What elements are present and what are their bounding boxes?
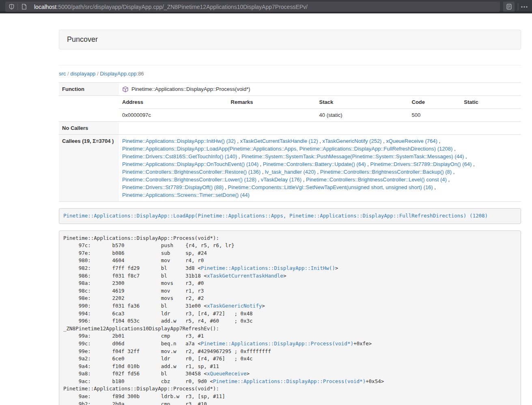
callee-link[interactable]: Pinetime::Controllers::BrightnessControl… — [122, 177, 256, 183]
callee-link[interactable]: xTaskGetCurrentTaskHandle (12) — [240, 138, 318, 144]
url-text[interactable]: localhost:5000/path/src/displayapp/Displ… — [34, 4, 308, 10]
toolbar-divider — [518, 3, 518, 10]
callee-separator: , — [452, 169, 454, 175]
callees-label: Callees (19, Σ=3704 ) — [59, 135, 119, 202]
callers-cell — [119, 122, 521, 135]
callee-separator: , — [437, 138, 440, 144]
callee-link[interactable]: Pinetime::Controllers::BrightnessControl… — [320, 169, 452, 175]
breadcrumb-separator: / — [95, 71, 100, 77]
breadcrumb: src / displayapp / DisplayApp.cpp:86 — [59, 71, 521, 77]
function-name: Pinetime::Applications::DisplayApp::Proc… — [131, 85, 250, 93]
callee-separator: , — [472, 161, 474, 167]
symbol-snippet: Pinetime::Applications::DisplayApp::Load… — [59, 208, 521, 224]
callee-separator: , — [318, 138, 323, 144]
value-code: 500 — [409, 109, 461, 122]
stats-header-row: Address Remarks Stack Code Static — [119, 96, 521, 109]
callee-separator: , — [258, 161, 263, 167]
snippet-link[interactable]: Pinetime::Applications::DisplayApp::Load… — [63, 213, 488, 219]
col-code: Code — [409, 96, 461, 109]
callee-separator: , — [261, 169, 265, 175]
callee-separator: , — [366, 161, 370, 167]
package-icon — [122, 86, 129, 93]
url-bar[interactable]: localhost:5000/path/src/displayapp/Displ… — [5, 2, 500, 12]
stats-table: Address Remarks Stack Code Static 0x0000… — [119, 96, 521, 121]
stats-data-row: 0x0000097c 40 (static) 500 — [119, 109, 521, 122]
callee-separator: , — [237, 153, 241, 159]
callee-link[interactable]: Pinetime::Controllers::Battery::Update()… — [263, 161, 366, 167]
callee-separator: , — [256, 177, 261, 183]
page-actions-menu-icon[interactable] — [519, 2, 530, 12]
breadcrumb-link[interactable]: src — [59, 71, 66, 77]
value-address: 0x0000097c — [119, 109, 228, 122]
callee-separator: , — [433, 184, 436, 190]
table-row-stats: Address Remarks Stack Code Static 0x0000… — [59, 96, 521, 122]
callee-link[interactable]: Pinetime::System::SystemTask::PushMessag… — [241, 153, 464, 159]
callee-separator: , — [452, 146, 455, 152]
browser-toolbar: localhost:5000/path/src/displayapp/Displ… — [0, 0, 532, 13]
callee-link[interactable]: Pinetime::Components::LittleVgl::SetNewT… — [228, 184, 433, 190]
callee-separator: , — [224, 184, 228, 190]
breadcrumb-separator: / — [66, 71, 70, 77]
divider — [59, 65, 521, 65]
shield-icon[interactable] — [5, 4, 17, 10]
callees-list: Pinetime::Applications::DisplayApp::Init… — [119, 135, 521, 202]
callee-link[interactable]: Pinetime::Controllers::BrightnessControl… — [306, 177, 447, 183]
breadcrumb-link[interactable]: displayapp — [70, 71, 95, 77]
page-title: Puncover — [67, 35, 513, 44]
callee-link[interactable]: Pinetime::Applications::DisplayApp::Init… — [122, 138, 236, 144]
function-table: Function Pinetime::Applications::Display… — [59, 82, 521, 202]
disasm-symbol-link[interactable]: Pinetime::Applications::DisplayApp::Proc… — [201, 340, 353, 347]
stats-cell: Address Remarks Stack Code Static 0x0000… — [119, 96, 521, 122]
breadcrumb-link[interactable]: DisplayApp.cpp — [100, 71, 136, 77]
disasm-symbol-link[interactable]: xQueueReceive — [207, 371, 247, 377]
disassembly-listing: Pinetime::Applications::DisplayApp::Proc… — [59, 231, 521, 405]
function-row-label: Function — [59, 83, 119, 96]
disasm-symbol-link[interactable]: Pinetime::Applications::DisplayApp::Init… — [201, 265, 335, 271]
callee-separator: , — [464, 153, 467, 159]
callee-separator: , — [302, 177, 306, 183]
callee-link[interactable]: xTaskGenericNotify (252) — [323, 138, 382, 144]
table-row-function: Function Pinetime::Applications::Display… — [59, 83, 521, 96]
callee-separator: , — [316, 169, 320, 175]
callee-separator: , — [236, 138, 240, 144]
table-row-callers: No Callers — [59, 122, 521, 135]
value-remarks — [228, 109, 316, 122]
callee-link[interactable]: lv_task_handler (420) — [265, 169, 316, 175]
reader-mode-button[interactable] — [503, 2, 515, 12]
col-static: Static — [461, 96, 521, 109]
breadcrumb-line-number: :86 — [137, 71, 144, 77]
col-remarks: Remarks — [228, 96, 316, 109]
function-name-cell: Pinetime::Applications::DisplayApp::Proc… — [119, 83, 521, 96]
callee-separator: , — [381, 138, 386, 144]
disasm-symbol-link[interactable]: xTaskGenericNotify — [207, 303, 262, 309]
callee-link[interactable]: vTaskDelay (176) — [261, 177, 302, 183]
url-host: localhost — [34, 4, 56, 10]
no-callers-label: No Callers — [59, 122, 119, 135]
col-address: Address — [119, 96, 228, 109]
callee-link[interactable]: Pinetime::Applications::DisplayApp::OnTo… — [122, 161, 258, 167]
value-stack: 40 (static) — [316, 109, 409, 122]
url-path: :5000/path/src/displayapp/DisplayApp.cpp… — [56, 4, 308, 10]
col-stack: Stack — [316, 96, 409, 109]
callee-link[interactable]: Pinetime::Drivers::St7789::DisplayOn() (… — [370, 161, 472, 167]
callee-link[interactable]: Pinetime::Drivers::St7789::DisplayOff() … — [122, 184, 224, 190]
callee-separator: , — [447, 177, 450, 183]
page-container: Puncover src / displayapp / DisplayApp.c… — [59, 30, 521, 405]
callee-link[interactable]: xQueueReceive (764) — [386, 138, 437, 144]
callee-link[interactable]: Pinetime::Applications::DisplayApp::Load… — [122, 146, 452, 152]
disasm-symbol-link[interactable]: Pinetime::Applications::DisplayApp::Proc… — [213, 378, 366, 384]
disasm-symbol-link[interactable]: xTaskGetCurrentTaskHandle — [207, 273, 283, 279]
page-info-icon[interactable] — [18, 4, 30, 10]
app-header: Puncover — [59, 30, 521, 50]
callee-link[interactable]: Pinetime::Applications::Screens::Timer::… — [122, 192, 250, 198]
stats-row-spacer — [59, 96, 119, 122]
table-row-callees: Callees (19, Σ=3704 ) Pinetime::Applicat… — [59, 135, 521, 202]
callee-link[interactable]: Pinetime::Controllers::BrightnessControl… — [122, 169, 261, 175]
value-static — [461, 109, 521, 122]
callee-link[interactable]: Pinetime::Drivers::Cst816S::GetTouchInfo… — [122, 153, 237, 159]
